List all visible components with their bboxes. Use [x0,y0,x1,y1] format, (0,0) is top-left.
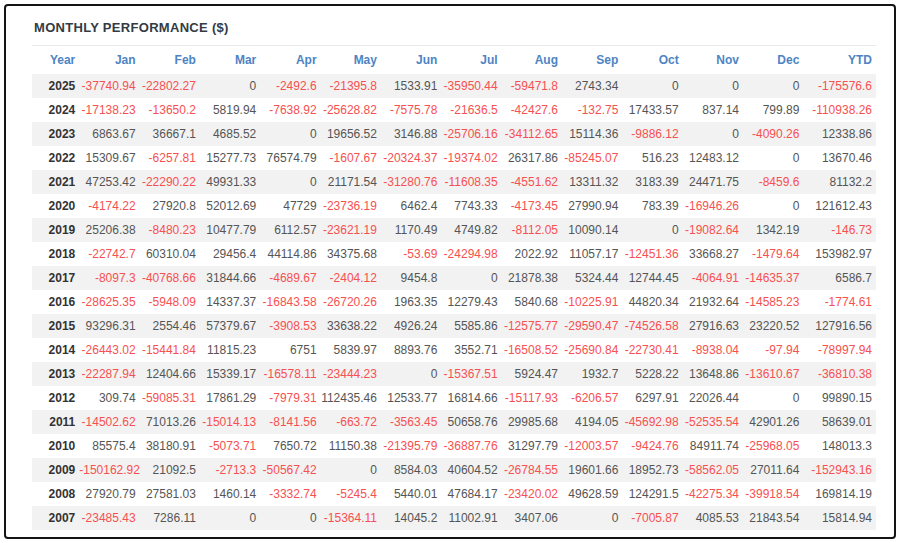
table-body: 2025-37740.94-22802.270-2492.6-21395.815… [32,74,876,530]
value-cell: 38180.91 [140,434,200,458]
value-cell: -1607.67 [321,146,381,170]
value-cell: 5840.68 [502,290,562,314]
value-cell: -58562.05 [683,458,743,482]
value-cell: -175576.6 [803,74,876,98]
value-cell: 12744.45 [622,266,682,290]
value-cell: -25706.16 [441,122,501,146]
value-cell: -8097.3 [79,266,139,290]
table-row: 2017-8097.3-40768.6631844.66-4689.67-240… [32,266,876,290]
value-cell: 4194.05 [562,410,622,434]
value-cell: 23220.52 [743,314,803,338]
value-cell: 0 [743,194,803,218]
value-cell: -15364.11 [321,506,381,530]
value-cell: -24294.98 [441,242,501,266]
value-cell: 21843.54 [743,506,803,530]
column-header-ytd: YTD [803,46,876,74]
value-cell: 837.14 [683,98,743,122]
value-cell: 15814.94 [803,506,876,530]
value-cell: 0 [200,74,260,98]
value-cell: 0 [743,386,803,410]
value-cell: -110938.26 [803,98,876,122]
value-cell: -36887.76 [441,434,501,458]
value-cell: 3552.71 [441,338,501,362]
table-row: 2007-23485.437286.1100-15364.1114045.211… [32,506,876,530]
value-cell: -5948.09 [140,290,200,314]
value-cell: 18952.73 [622,458,682,482]
value-cell: 13648.86 [683,362,743,386]
value-cell: -152943.16 [803,458,876,482]
value-cell: -22287.94 [79,362,139,386]
value-cell: 57379.67 [200,314,260,338]
value-cell: 27011.64 [743,458,803,482]
value-cell: 1963.35 [381,290,441,314]
value-cell: -663.72 [321,410,381,434]
value-cell: 0 [562,506,622,530]
value-cell: -42427.6 [502,98,562,122]
value-cell: 21171.54 [321,170,381,194]
value-cell: 0 [743,74,803,98]
value-cell: 19601.66 [562,458,622,482]
value-cell: -7005.87 [622,506,682,530]
value-cell: 36667.1 [140,122,200,146]
value-cell: 783.39 [622,194,682,218]
value-cell: -6206.57 [562,386,622,410]
value-cell: -23485.43 [79,506,139,530]
value-cell: -25690.84 [562,338,622,362]
value-cell: 0 [260,122,320,146]
value-cell: -16843.58 [260,290,320,314]
value-cell: 0 [441,266,501,290]
value-cell: 6751 [260,338,320,362]
value-cell: 7743.33 [441,194,501,218]
column-header-mar: Mar [200,46,260,74]
column-header-may: May [321,46,381,74]
value-cell: 49931.33 [200,170,260,194]
year-cell: 2022 [32,146,79,170]
value-cell: 8584.03 [381,458,441,482]
year-cell: 2018 [32,242,79,266]
value-cell: 5440.01 [381,482,441,506]
value-cell: -35950.44 [441,74,501,98]
value-cell: 47729 [260,194,320,218]
value-cell: -20324.37 [381,146,441,170]
value-cell: 12533.77 [381,386,441,410]
value-cell: 4749.82 [441,218,501,242]
value-cell: -13650.2 [140,98,200,122]
value-cell: 99890.15 [803,386,876,410]
value-cell: -5245.4 [321,482,381,506]
value-cell: -14585.23 [743,290,803,314]
table-row: 2014-26443.02-15441.8411815.2367515839.9… [32,338,876,362]
value-cell: -150162.92 [79,458,139,482]
value-cell: 12279.43 [441,290,501,314]
value-cell: -15014.13 [200,410,260,434]
value-cell: 0 [622,74,682,98]
value-cell: -21395.79 [381,434,441,458]
value-cell: 84911.74 [683,434,743,458]
value-cell: -31280.76 [381,170,441,194]
value-cell: -8141.56 [260,410,320,434]
value-cell: -7979.31 [260,386,320,410]
value-cell: 169814.19 [803,482,876,506]
value-cell: -52535.54 [683,410,743,434]
value-cell: -45692.98 [622,410,682,434]
value-cell: -78997.94 [803,338,876,362]
value-cell: -8459.6 [743,170,803,194]
value-cell: 0 [260,170,320,194]
column-header-feb: Feb [140,46,200,74]
value-cell: 4085.53 [683,506,743,530]
value-cell: 21878.38 [502,266,562,290]
value-cell: 26317.86 [502,146,562,170]
year-cell: 2023 [32,122,79,146]
value-cell: 12483.12 [683,146,743,170]
value-cell: 2554.46 [140,314,200,338]
value-cell: -97.94 [743,338,803,362]
value-cell: 799.89 [743,98,803,122]
value-cell: -23420.02 [502,482,562,506]
value-cell: -2492.6 [260,74,320,98]
value-cell: 4926.24 [381,314,441,338]
year-cell: 2020 [32,194,79,218]
value-cell: 0 [200,506,260,530]
value-cell: -26784.55 [502,458,562,482]
value-cell: -4173.45 [502,194,562,218]
value-cell: -4090.26 [743,122,803,146]
value-cell: 2022.92 [502,242,562,266]
